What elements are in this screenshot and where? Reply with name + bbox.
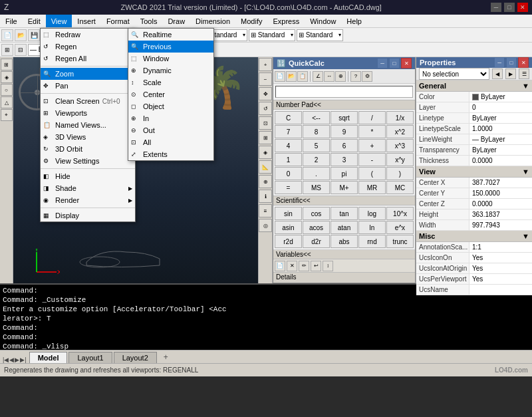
qc-minimize-btn[interactable]: ─ [377, 58, 388, 69]
btn-C[interactable]: C [275, 111, 302, 124]
left-btn-1[interactable]: ⊞ [1, 59, 13, 70]
btn-plus[interactable]: + [358, 139, 386, 152]
var-return-btn[interactable]: ↩ [311, 261, 321, 271]
btn-7[interactable]: 7 [275, 125, 302, 138]
menu-file[interactable]: File [0, 15, 23, 27]
minimize-button[interactable]: ─ [491, 3, 501, 12]
ucsname-value[interactable] [469, 285, 532, 295]
btn-mplus[interactable]: M+ [331, 181, 358, 194]
qc-config-btn[interactable]: ⚙ [362, 71, 372, 82]
menu-insert[interactable]: Insert [72, 15, 101, 27]
btn-ln[interactable]: ln [358, 221, 386, 234]
menu-modify[interactable]: Modify [235, 15, 267, 27]
misc-section-header[interactable]: Misc ▼ [416, 231, 532, 242]
layout-nav-prev[interactable]: ◀ [9, 356, 14, 363]
isolate-btn[interactable]: ◎ [259, 219, 272, 232]
layout-nav-last[interactable]: ▶| [20, 356, 26, 363]
menu-clean-screen[interactable]: ⊡ Clean Screen Ctrl+0 [41, 95, 135, 107]
btn-6[interactable]: 6 [331, 139, 358, 152]
qc-close-btn[interactable]: ✕ [401, 58, 412, 69]
menu-format[interactable]: Format [101, 15, 135, 27]
cz-value[interactable]: 0.0000 [469, 199, 532, 209]
btn-inv[interactable]: 1/x [386, 111, 414, 124]
var-delete-btn[interactable]: ✕ [287, 261, 297, 271]
layer-dropdown-3[interactable]: ⊞ Standard [249, 29, 295, 41]
orbit-btn[interactable]: ↺ [259, 102, 272, 115]
snap-btn[interactable]: ⊕ [259, 175, 272, 188]
prop-nav-prev-btn[interactable]: ◀ [492, 69, 503, 79]
btn-ex[interactable]: e^x [386, 221, 414, 234]
match-btn[interactable]: ≡ [259, 204, 272, 217]
prop-restore-btn[interactable]: □ [506, 57, 517, 68]
add-layout-button[interactable]: + [158, 351, 174, 363]
menu-regen-all[interactable]: ↺ Regen All [41, 53, 135, 65]
cx-value[interactable]: 387.7027 [469, 178, 532, 188]
qc-angle-btn[interactable]: ∠ [313, 71, 323, 82]
zoom-in-btn[interactable]: + [259, 58, 272, 71]
zoom-in[interactable]: ⊕ In [128, 112, 213, 124]
prop-close-btn[interactable]: ✕ [518, 57, 529, 68]
btn-9[interactable]: 9 [331, 125, 358, 138]
numberpad-section-title[interactable]: Number Pad<< [273, 100, 415, 110]
menu-3d-orbit[interactable]: ↻ 3D Orbit [41, 143, 135, 155]
btn-mc[interactable]: MC [386, 181, 414, 194]
btn-3[interactable]: 3 [331, 153, 358, 166]
menu-hide[interactable]: ◧ Hide [41, 170, 135, 182]
btn-log[interactable]: log [358, 207, 386, 220]
menu-view-settings[interactable]: ⚙ View Settings [41, 155, 135, 167]
btn-back[interactable]: <-- [303, 111, 330, 124]
menu-edit[interactable]: Edit [23, 15, 46, 27]
layout-nav-next[interactable]: ▶ [15, 356, 19, 363]
zoom-out-btn[interactable]: − [259, 72, 272, 86]
quickcalc-display[interactable] [275, 86, 413, 98]
menu-tools[interactable]: Tools [135, 15, 163, 27]
btn-pow[interactable]: x^y [386, 153, 414, 166]
save-button[interactable]: 💾 [28, 29, 40, 41]
qc-coord-btn[interactable]: ⊕ [335, 71, 346, 82]
qc-paste-btn[interactable]: 📋 [297, 71, 308, 82]
btn-asin[interactable]: asin [275, 221, 302, 234]
qc-dist-btn[interactable]: ↔ [324, 71, 334, 82]
menu-express[interactable]: Express [267, 15, 305, 27]
zoom-object[interactable]: ◻ Object [128, 100, 213, 112]
maximize-button[interactable]: □ [504, 3, 515, 12]
layer-state-btn[interactable]: ⊟ [15, 44, 27, 56]
zoom-scale[interactable]: ↕ Scale [128, 76, 213, 88]
general-section-header[interactable]: General ▼ [416, 80, 532, 92]
tab-layout1[interactable]: Layout1 [68, 352, 112, 363]
open-button[interactable]: 📂 [15, 29, 27, 41]
linetype-value[interactable]: ByLayer [469, 113, 532, 123]
btn-sin[interactable]: sin [275, 207, 302, 220]
btn-10x[interactable]: 10^x [386, 207, 414, 220]
zoom-window[interactable]: ⬚ Window [128, 53, 213, 65]
zoom-extents[interactable]: ⤢ Extents [128, 148, 213, 160]
extent-btn[interactable]: ⊡ [259, 116, 272, 130]
prop-toggle-btn[interactable]: ☰ [519, 69, 529, 79]
view-section-header[interactable]: View ▼ [416, 166, 532, 178]
zoom-dynamic[interactable]: ⊕ Dynamic [128, 65, 213, 76]
btn-sq3[interactable]: x^3 [386, 139, 414, 152]
menu-window[interactable]: Window [305, 15, 341, 27]
left-btn-4[interactable]: △ [1, 96, 13, 108]
left-btn-3[interactable]: ○ [1, 84, 13, 96]
measure-btn[interactable]: 📐 [259, 160, 272, 174]
annscale-value[interactable]: 1:1 [469, 242, 532, 252]
btn-rnd[interactable]: rnd [358, 235, 386, 248]
btn-r2d[interactable]: r2d [275, 235, 302, 248]
menu-shade[interactable]: ◨ Shade ▶ [41, 182, 135, 194]
menu-view[interactable]: View [46, 15, 72, 27]
ucsicon-value[interactable]: Yes [469, 253, 532, 263]
cy-value[interactable]: 150.0000 [469, 188, 532, 198]
ucsorigin-value[interactable]: Yes [469, 263, 532, 273]
tab-layout2[interactable]: Layout2 [114, 352, 157, 363]
menu-render[interactable]: ◉ Render ▶ [41, 194, 135, 206]
layer-iso-btn[interactable]: ◈ [259, 146, 272, 159]
ucsvp-value[interactable]: Yes [469, 274, 532, 284]
new-button[interactable]: 📄 [1, 29, 13, 41]
height-value[interactable]: 363.1837 [469, 209, 532, 219]
var-rename-btn[interactable]: ✏ [299, 261, 309, 271]
btn-8[interactable]: 8 [303, 125, 330, 138]
btn-5[interactable]: 5 [303, 139, 330, 152]
btn-lparen[interactable]: ( [358, 167, 386, 180]
qc-open-btn[interactable]: 📂 [286, 71, 297, 82]
